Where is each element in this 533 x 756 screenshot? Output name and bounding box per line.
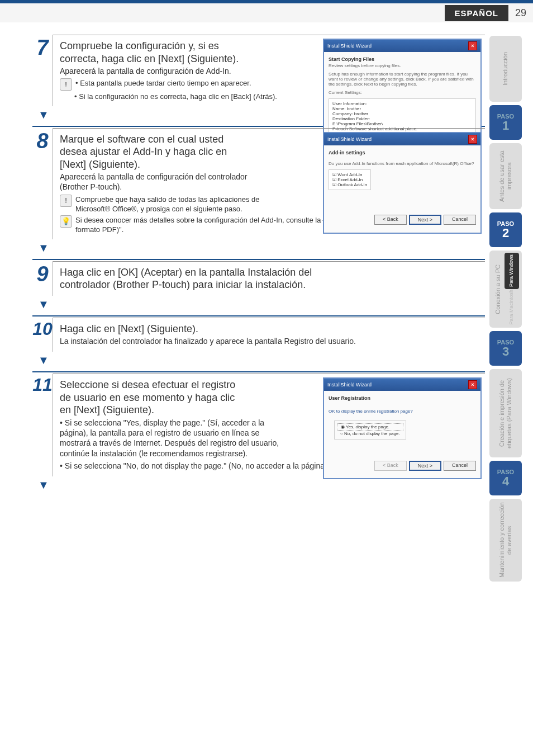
dialog-title: InstallShield Wizard (327, 136, 372, 142)
check-word[interactable]: ☑ Word Add-In (332, 172, 367, 177)
step11-lead1: Seleccione si desea efectuar el registro (60, 379, 235, 390)
arrow-down-icon: ▼ (38, 298, 485, 311)
cancel-button[interactable]: Cancel (444, 461, 476, 471)
step11-bullet1: • Si se selecciona "Yes, display the pag… (60, 418, 283, 459)
step11-screenshot: InstallShield Wizard× User Registration … (323, 377, 482, 479)
dialog-heading: Add-in settings (329, 150, 476, 155)
step8-note1: Compruebe que haya salido de todas las a… (75, 195, 282, 214)
tab-paso2[interactable]: PASO2 (489, 212, 522, 247)
step7-sub: Aparecerá la pantalla de configuración d… (60, 66, 278, 76)
step-11: 11 Seleccione si desea efectuar el regis… (32, 374, 485, 476)
sidebar: Introducción PASO1 Antes de usar esta im… (489, 35, 522, 582)
close-icon[interactable]: × (468, 380, 477, 389)
step-9: 9 Haga clic en [OK] (Aceptar) en la pant… (32, 261, 485, 296)
page-number: 29 (508, 7, 533, 19)
step-number: 10 (32, 318, 53, 352)
next-button[interactable]: Next > (409, 215, 441, 225)
tab-paso4[interactable]: PASO4 (489, 461, 522, 495)
step8-lead3: [Next] (Siguiente). (60, 159, 140, 170)
dialog-heading: Start Copying Files (329, 56, 476, 62)
step-10: 10 Haga clic en [Next] (Siguiente). La i… (32, 318, 485, 352)
step10-lead: Haga clic en [Next] (Siguiente). (60, 323, 479, 336)
step7-lead2: correcta, haga clic en [Next] (Siguiente… (60, 53, 239, 64)
step-number: 8 (32, 128, 53, 239)
dialog-desc: Setup has enough information to start co… (329, 72, 476, 87)
arrow-down-icon: ▼ (38, 479, 485, 492)
step-number: 9 (32, 261, 53, 296)
check-outlook[interactable]: ☑ Outlook Add-In (332, 182, 367, 187)
back-button: < Back (374, 461, 407, 471)
radio-no[interactable]: ○ No, do not display the page. (337, 431, 403, 437)
info-icon: ! (60, 78, 72, 91)
addin-checks: ☑ Word Add-In ☑ Excel Add-In ☑ Outlook A… (329, 169, 371, 190)
tab-intro[interactable]: Introducción (489, 36, 522, 102)
arrow-down-icon: ▼ (38, 354, 485, 367)
step8-sub: Aparecerá la pantalla de configuración d… (60, 172, 266, 192)
tab-conexion[interactable]: Conexión a su PC Para Windows Para Macin… (489, 251, 522, 328)
step7-lead1: Compruebe la configuración y, si es (60, 40, 219, 51)
step8-lead2: desea ajustar el Add-In y haga clic en (60, 146, 227, 157)
step-number: 7 (32, 35, 53, 106)
tip-icon: 💡 (60, 215, 72, 228)
next-button[interactable]: Next > (409, 461, 441, 471)
step7-note1: • Esta pantalla puede tardar cierto tiem… (75, 78, 282, 91)
dialog-heading: User Registration (329, 395, 476, 401)
dialog-title: InstallShield Wizard (327, 43, 372, 49)
step8-screenshot: InstallShield Wizard× Add-in settings Do… (323, 132, 482, 234)
step9-lead1: Haga clic en [OK] (Aceptar) en la pantal… (60, 267, 312, 278)
dialog-subtitle: Review settings before copying files. (329, 63, 476, 68)
tab-paso1[interactable]: PASO1 (489, 105, 522, 140)
dialog-desc: Do you use Add-In functions from each ap… (329, 161, 476, 166)
dialog-section: Current Settings: (329, 90, 476, 95)
step-7: 7 Compruebe la configuración y, si escor… (32, 35, 485, 106)
close-icon[interactable]: × (468, 41, 477, 50)
dialog-desc: OK to display the online registration pa… (329, 409, 476, 414)
info-icon: ! (60, 195, 72, 207)
cancel-button[interactable]: Cancel (444, 215, 476, 225)
radio-yes[interactable]: ◉ Yes, display the page. (337, 423, 403, 431)
dialog-title: InstallShield Wizard (327, 382, 372, 388)
step7-note2: • Si la configuración no es correcta, ha… (74, 92, 281, 102)
step-8: 8 Marque el software con el cual ustedde… (32, 128, 485, 239)
tab-mant[interactable]: Mantenimiento y corrección de averías (489, 499, 522, 582)
tab-creacion[interactable]: Creación e impresión de etiquetas (Para … (489, 369, 522, 457)
tab-paso3[interactable]: PASO3 (489, 331, 522, 366)
arrow-down-icon: ▼ (38, 242, 485, 254)
step9-lead2: controlador (Brother P-touch) para inici… (60, 279, 306, 290)
step11-lead3: en [Next] (Siguiente). (60, 404, 154, 415)
language-tab: ESPAÑOL (445, 5, 508, 21)
tab-antes[interactable]: Antes de usar esta impresora (489, 143, 522, 209)
step8-lead1: Marque el software con el cual usted (60, 134, 223, 145)
close-icon[interactable]: × (468, 135, 477, 144)
check-excel[interactable]: ☑ Excel Add-In (332, 177, 367, 182)
back-button[interactable]: < Back (374, 215, 407, 225)
header-bar: ESPAÑOL 29 (0, 0, 533, 22)
step10-sub: La instalación del controlador ha finali… (60, 336, 479, 346)
step-number: 11 (32, 374, 53, 476)
step11-lead2: de usuario en ese momento y haga clic (60, 392, 235, 403)
